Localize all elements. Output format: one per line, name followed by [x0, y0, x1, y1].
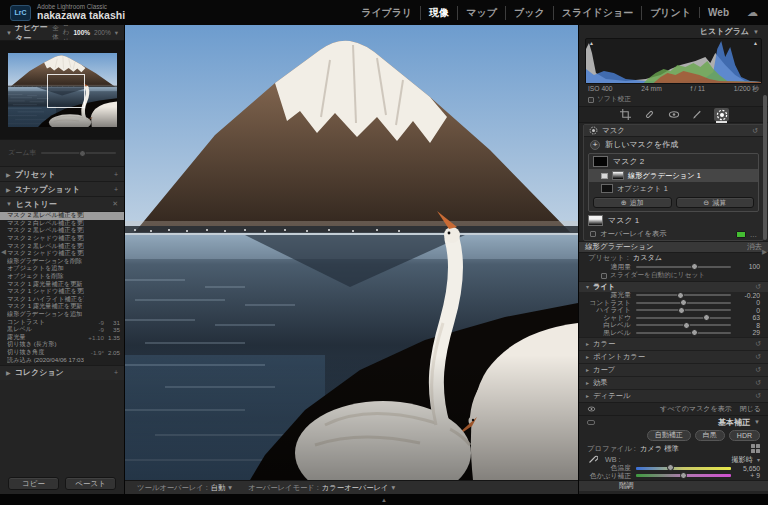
reset-group-icon[interactable]: ↺: [755, 379, 761, 387]
add-snapshot-icon[interactable]: +: [114, 186, 118, 193]
mask-group-collapsed[interactable]: ▸ ディテール ↺: [579, 389, 768, 402]
zoom-fit-option[interactable]: 全体: [52, 24, 59, 42]
masking-tool-icon[interactable]: [714, 108, 729, 121]
history-item[interactable]: マスク 1 シャドウ補正を更新: [0, 288, 124, 296]
history-item[interactable]: 切り抜き (長方形): [0, 341, 124, 349]
profile-browser-icon[interactable]: [751, 444, 760, 453]
cloud-sync-icon[interactable]: ☁: [747, 6, 758, 19]
module-tab[interactable]: マップ: [457, 6, 505, 20]
healing-tool-icon[interactable]: [642, 108, 657, 121]
overlay-options-icon[interactable]: …: [750, 230, 757, 239]
mask-group-collapsed[interactable]: ▸ 効果 ↺: [579, 376, 768, 389]
temp-slider-knob[interactable]: [667, 464, 674, 471]
overlay-color-swatch[interactable]: [736, 231, 746, 238]
slider-track[interactable]: [636, 317, 731, 319]
tint-slider[interactable]: [636, 474, 731, 477]
zoom-other-option[interactable]: 200%: [94, 29, 111, 36]
snapshots-section[interactable]: ▶ スナップショット +: [0, 181, 124, 196]
slider-track[interactable]: [636, 302, 731, 304]
hdr-button[interactable]: HDR: [729, 430, 760, 441]
brush-tool-icon[interactable]: [690, 108, 705, 121]
module-tab[interactable]: 現像: [420, 6, 457, 20]
slider-knob[interactable]: [678, 307, 685, 314]
history-item[interactable]: マスク 2 黒レベル補正を更新: [0, 212, 124, 220]
slider-track[interactable]: [636, 309, 731, 311]
history-item[interactable]: マスク 2 シャドウ補正を更新: [0, 235, 124, 243]
red-eye-tool-icon[interactable]: [666, 108, 681, 121]
history-item[interactable]: 読み込み (2020/04/06 17:03:03): [0, 356, 124, 364]
add-preset-icon[interactable]: +: [114, 171, 118, 178]
eye-icon[interactable]: [586, 405, 597, 413]
highlight-clipping-icon[interactable]: ▲: [753, 40, 758, 46]
preset-value[interactable]: カスタム: [633, 253, 662, 263]
history-item[interactable]: マスク 1 露光量補正を更新: [0, 303, 124, 311]
mask-2-row[interactable]: マスク 2: [589, 154, 758, 169]
slider-track[interactable]: [636, 294, 731, 296]
panel-switch-icon[interactable]: [587, 420, 595, 425]
show-all-masks-toggle[interactable]: すべてのマスクを表示: [660, 404, 731, 414]
history-item[interactable]: 切り抜き角度 -1.9° 2.05: [0, 349, 124, 357]
slider-knob[interactable]: [691, 329, 698, 336]
history-item[interactable]: 線形グラデーションを削除: [0, 258, 124, 266]
navigator-zoom-rect[interactable]: [47, 74, 85, 109]
auto-reset-checkbox[interactable]: [601, 273, 607, 279]
overlay-mode-value[interactable]: カラーオーバーレイ: [322, 483, 389, 493]
module-tab[interactable]: ライブラリ: [353, 6, 420, 20]
amount-slider[interactable]: [636, 266, 731, 268]
presets-section[interactable]: ▶ プリセット +: [0, 166, 124, 181]
history-item[interactable]: マスク 2 黒レベル補正を更新: [0, 227, 124, 235]
mask-group-collapsed[interactable]: ▸ カーブ ↺: [579, 363, 768, 376]
zoom-100-option[interactable]: 100%: [73, 29, 90, 36]
copy-button[interactable]: コピー: [8, 477, 59, 490]
navigator-header[interactable]: ▼ ナビゲーター 全体 合わせ 100% 200% ▾: [0, 25, 124, 40]
collections-section[interactable]: ▶ コレクション +: [0, 365, 124, 380]
history-item[interactable]: コントラスト -9 31: [0, 318, 124, 326]
zoom-menu-icon[interactable]: ▾: [115, 29, 118, 37]
mask-group-collapsed[interactable]: ▸ カラー ↺: [579, 337, 768, 350]
wb-eyedropper-icon[interactable]: [588, 454, 598, 464]
show-overlay-checkbox[interactable]: [590, 231, 596, 237]
paste-button[interactable]: ペースト: [65, 477, 116, 490]
filmstrip-reveal-icon[interactable]: ▲: [381, 497, 387, 503]
history-item[interactable]: マスク 2 白レベル補正を更新: [0, 220, 124, 228]
mask-group-collapsed[interactable]: ▸ ポイントカラー ↺: [579, 350, 768, 363]
module-tab[interactable]: Web: [699, 7, 737, 18]
history-item[interactable]: 露光量 +1.10 1.35: [0, 334, 124, 342]
subtract-from-mask-button[interactable]: ⊖ 減算: [676, 197, 755, 208]
add-collection-icon[interactable]: +: [114, 369, 118, 376]
black-white-button[interactable]: 白黒: [695, 430, 725, 441]
reset-masks-icon[interactable]: ↺: [752, 127, 758, 135]
history-item[interactable]: 黒レベル -9 35: [0, 326, 124, 334]
auto-tone-button[interactable]: 自動補正: [647, 430, 691, 441]
mask-1-row[interactable]: マスク 1: [584, 213, 763, 228]
reset-group-icon[interactable]: ↺: [755, 366, 761, 374]
history-item[interactable]: マスク 1 露光量補正を更新: [0, 280, 124, 288]
chevron-down-icon[interactable]: ▾: [757, 456, 760, 463]
history-item[interactable]: マスク 2 シャドウ補正を更新: [0, 250, 124, 258]
navigator-preview[interactable]: [0, 40, 124, 140]
zoom-slider[interactable]: [41, 152, 116, 154]
shadow-clipping-icon[interactable]: ▲: [589, 40, 594, 46]
history-item[interactable]: マスク 1 ハイライト補正を更新: [0, 296, 124, 304]
slider-track[interactable]: [636, 324, 731, 326]
right-panel-scrollbar[interactable]: [763, 95, 767, 240]
module-tab[interactable]: プリント: [641, 6, 699, 20]
history-section[interactable]: ▼ ヒストリー ✕: [0, 196, 124, 211]
tint-slider-knob[interactable]: [680, 472, 687, 479]
create-new-mask-button[interactable]: + 新しいマスクを作成: [584, 137, 763, 152]
crop-tool-icon[interactable]: [618, 108, 633, 121]
history-item[interactable]: オブジェクトを削除: [0, 273, 124, 281]
slider-knob[interactable]: [703, 314, 710, 321]
reset-group-icon[interactable]: ↺: [755, 283, 761, 291]
histogram[interactable]: ▲ ▲: [585, 38, 762, 84]
close-masks-button[interactable]: 閉じる: [740, 404, 761, 414]
slider-knob[interactable]: [680, 299, 687, 306]
module-tab[interactable]: ブック: [505, 6, 553, 20]
object-1-row[interactable]: オブジェクト 1: [589, 182, 758, 195]
slider-knob[interactable]: [677, 292, 684, 299]
slider-knob[interactable]: [683, 322, 690, 329]
clear-mask-button[interactable]: 消去: [747, 242, 762, 252]
right-panel-collapse-icon[interactable]: ▶: [762, 248, 767, 256]
reset-group-icon[interactable]: ↺: [755, 392, 761, 400]
zoom-slider-knob[interactable]: [79, 150, 86, 157]
